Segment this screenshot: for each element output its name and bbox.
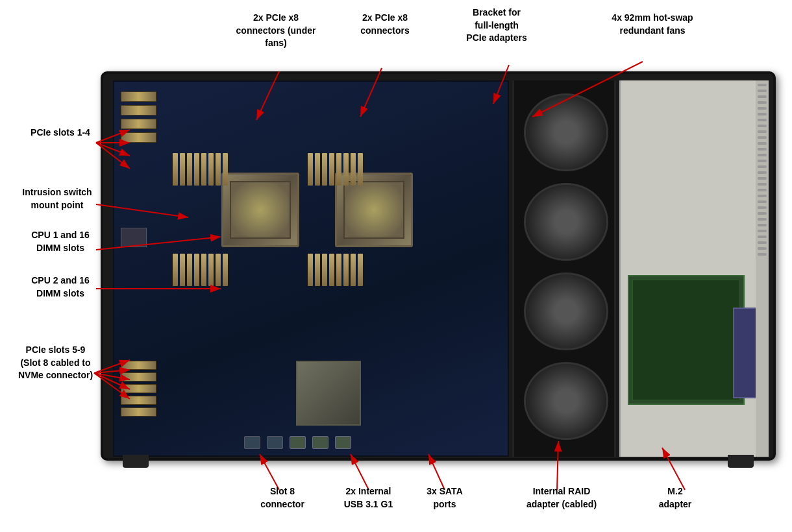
bottom-connectors <box>244 436 351 449</box>
fan2 <box>524 183 608 261</box>
label-internal-raid: Internal RAIDadapter (cabled) <box>513 485 610 511</box>
fan1 <box>524 93 608 171</box>
label-intrusion-switch: Intrusion switchmount point <box>12 186 103 212</box>
fan4 <box>524 362 608 440</box>
perforated-strip <box>756 80 769 457</box>
main-container: 2x PCIe x8 connectors (under fans) 2x PC… <box>0 0 792 532</box>
label-internal-usb: 2x InternalUSB 3.1 G1 <box>331 485 406 511</box>
fan3 <box>524 272 608 350</box>
chassis-foot-right <box>728 455 754 468</box>
dimm-row-cpu1-top <box>173 153 228 186</box>
lower-heatsink <box>296 361 361 426</box>
label-pcie-slots-5-9: PCIe slots 5-9(Slot 8 cabled toNVMe conn… <box>5 344 106 382</box>
server-chassis <box>101 71 776 461</box>
label-sata-ports: 3x SATAports <box>415 485 474 511</box>
cpu1 <box>221 173 299 247</box>
dimm-row-cpu2-bottom <box>308 254 363 286</box>
label-cpu2-dimm: CPU 2 and 16DIMM slots <box>18 274 103 300</box>
motherboard-area <box>113 80 509 457</box>
label-cpu1-dimm: CPU 1 and 16DIMM slots <box>18 229 103 254</box>
label-m2-adapter: M.2adapter <box>649 485 701 511</box>
raid-adapter <box>628 275 745 405</box>
label-pcie-x8-under-fans: 2x PCIe x8 connectors (under fans) <box>234 12 318 50</box>
label-pcie-slots-1-4: PCIe slots 1-4 <box>18 127 103 139</box>
intrusion-switch <box>121 228 147 247</box>
label-bracket-full-length: Bracket forfull-lengthPCIe adapters <box>454 6 539 45</box>
dimm-row-cpu2-top <box>308 153 363 186</box>
chassis-foot-left <box>123 455 149 468</box>
right-bay <box>619 80 769 457</box>
pcie-slots-5-9-area <box>121 361 156 445</box>
label-fans-92mm: 4x 92mm hot-swapredundant fans <box>597 12 708 37</box>
pcie-slots-1-4-area <box>121 91 156 221</box>
label-pcie-x8-connectors: 2x PCIe x8 connectors <box>349 12 421 37</box>
dimm-row-cpu1-bottom <box>173 254 228 286</box>
label-slot8-connector: Slot 8connector <box>253 485 312 511</box>
fan-bracket-area <box>512 80 616 457</box>
